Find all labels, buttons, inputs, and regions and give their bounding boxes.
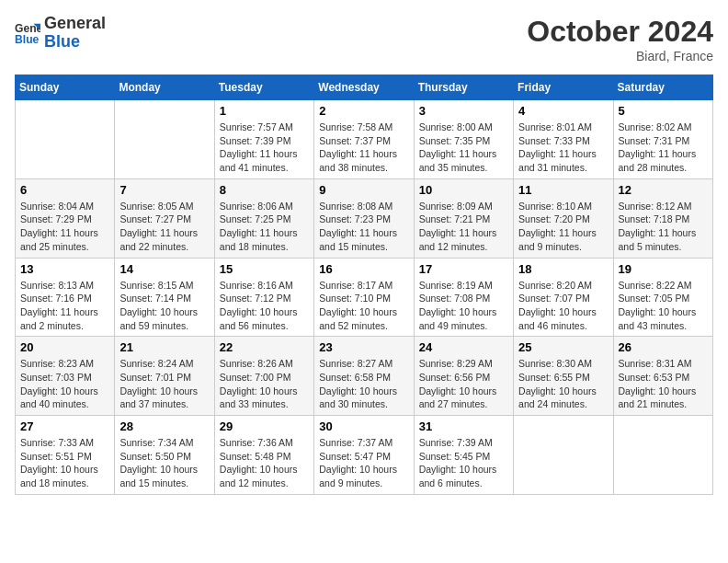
day-number: 27 xyxy=(20,419,109,433)
location: Biard, France xyxy=(527,49,713,63)
day-info: Sunrise: 8:08 AM Sunset: 7:23 PM Dayligh… xyxy=(319,200,408,254)
day-number: 25 xyxy=(518,340,608,354)
calendar-cell: 17Sunrise: 8:19 AM Sunset: 7:08 PM Dayli… xyxy=(414,258,513,337)
day-info: Sunrise: 8:27 AM Sunset: 6:58 PM Dayligh… xyxy=(319,357,408,411)
day-info: Sunrise: 8:20 AM Sunset: 7:07 PM Dayligh… xyxy=(518,279,608,333)
day-info: Sunrise: 8:22 AM Sunset: 7:05 PM Dayligh… xyxy=(619,279,708,333)
calendar-cell: 14Sunrise: 8:15 AM Sunset: 7:14 PM Dayli… xyxy=(115,258,214,337)
calendar-cell: 21Sunrise: 8:24 AM Sunset: 7:01 PM Dayli… xyxy=(115,337,214,416)
day-number: 24 xyxy=(419,340,508,354)
weekday-header-thursday: Thursday xyxy=(414,75,513,100)
day-number: 15 xyxy=(220,262,309,276)
day-number: 9 xyxy=(319,183,408,197)
calendar-table: SundayMondayTuesdayWednesdayThursdayFrid… xyxy=(15,75,713,495)
day-info: Sunrise: 8:30 AM Sunset: 6:55 PM Dayligh… xyxy=(518,357,608,411)
day-info: Sunrise: 7:57 AM Sunset: 7:39 PM Dayligh… xyxy=(220,121,309,175)
weekday-header-tuesday: Tuesday xyxy=(214,75,313,100)
day-number: 11 xyxy=(518,183,608,197)
calendar-cell: 29Sunrise: 7:36 AM Sunset: 5:48 PM Dayli… xyxy=(214,416,313,495)
day-number: 5 xyxy=(619,104,708,118)
weekday-header-row: SundayMondayTuesdayWednesdayThursdayFrid… xyxy=(16,75,713,100)
day-info: Sunrise: 8:31 AM Sunset: 6:53 PM Dayligh… xyxy=(619,357,708,411)
day-number: 7 xyxy=(119,183,209,197)
day-info: Sunrise: 8:06 AM Sunset: 7:25 PM Dayligh… xyxy=(220,200,309,254)
calendar-cell: 2Sunrise: 7:58 AM Sunset: 7:37 PM Daylig… xyxy=(314,100,414,179)
calendar-cell: 30Sunrise: 7:37 AM Sunset: 5:47 PM Dayli… xyxy=(314,416,414,495)
day-number: 19 xyxy=(619,262,708,276)
day-number: 13 xyxy=(20,262,109,276)
weekday-header-monday: Monday xyxy=(115,75,214,100)
day-info: Sunrise: 8:24 AM Sunset: 7:01 PM Dayligh… xyxy=(119,357,209,411)
calendar-cell xyxy=(514,416,613,495)
day-number: 12 xyxy=(619,183,708,197)
logo-icon: General Blue xyxy=(15,20,40,46)
calendar-cell: 20Sunrise: 8:23 AM Sunset: 7:03 PM Dayli… xyxy=(16,337,115,416)
page-header: General Blue General Blue October 2024 B… xyxy=(15,15,713,63)
day-info: Sunrise: 8:19 AM Sunset: 7:08 PM Dayligh… xyxy=(419,279,508,333)
calendar-cell: 16Sunrise: 8:17 AM Sunset: 7:10 PM Dayli… xyxy=(314,258,414,337)
day-number: 10 xyxy=(419,183,508,197)
day-number: 1 xyxy=(220,104,309,118)
calendar-cell: 7Sunrise: 8:05 AM Sunset: 7:27 PM Daylig… xyxy=(115,178,214,258)
day-info: Sunrise: 7:37 AM Sunset: 5:47 PM Dayligh… xyxy=(319,436,408,490)
day-number: 21 xyxy=(119,340,209,354)
calendar-cell: 28Sunrise: 7:34 AM Sunset: 5:50 PM Dayli… xyxy=(115,416,214,495)
week-row-5: 27Sunrise: 7:33 AM Sunset: 5:51 PM Dayli… xyxy=(16,416,713,495)
day-number: 20 xyxy=(20,340,109,354)
calendar-body: 1Sunrise: 7:57 AM Sunset: 7:39 PM Daylig… xyxy=(16,100,713,495)
day-number: 8 xyxy=(220,183,309,197)
calendar-cell: 13Sunrise: 8:13 AM Sunset: 7:16 PM Dayli… xyxy=(16,258,115,337)
day-info: Sunrise: 7:36 AM Sunset: 5:48 PM Dayligh… xyxy=(220,436,309,490)
day-number: 17 xyxy=(419,262,508,276)
week-row-4: 20Sunrise: 8:23 AM Sunset: 7:03 PM Dayli… xyxy=(16,337,713,416)
calendar-cell: 6Sunrise: 8:04 AM Sunset: 7:29 PM Daylig… xyxy=(16,178,115,258)
calendar-cell: 18Sunrise: 8:20 AM Sunset: 7:07 PM Dayli… xyxy=(514,258,613,337)
day-info: Sunrise: 7:58 AM Sunset: 7:37 PM Dayligh… xyxy=(319,121,408,175)
day-number: 14 xyxy=(119,262,209,276)
weekday-header-sunday: Sunday xyxy=(16,75,115,100)
month-title: October 2024 xyxy=(527,15,713,49)
logo-text: General Blue xyxy=(44,15,106,52)
day-info: Sunrise: 8:09 AM Sunset: 7:21 PM Dayligh… xyxy=(419,200,508,254)
svg-text:Blue: Blue xyxy=(15,33,40,46)
day-number: 3 xyxy=(419,104,508,118)
calendar-cell: 31Sunrise: 7:39 AM Sunset: 5:45 PM Dayli… xyxy=(414,416,513,495)
calendar-cell xyxy=(16,100,115,179)
calendar-cell: 10Sunrise: 8:09 AM Sunset: 7:21 PM Dayli… xyxy=(414,178,513,258)
day-info: Sunrise: 8:29 AM Sunset: 6:56 PM Dayligh… xyxy=(419,357,508,411)
calendar-cell xyxy=(115,100,214,179)
logo: General Blue General Blue xyxy=(15,15,106,52)
calendar-cell: 9Sunrise: 8:08 AM Sunset: 7:23 PM Daylig… xyxy=(314,178,414,258)
day-info: Sunrise: 8:02 AM Sunset: 7:31 PM Dayligh… xyxy=(619,121,708,175)
day-number: 18 xyxy=(518,262,608,276)
calendar-cell: 23Sunrise: 8:27 AM Sunset: 6:58 PM Dayli… xyxy=(314,337,414,416)
day-info: Sunrise: 8:26 AM Sunset: 7:00 PM Dayligh… xyxy=(220,357,309,411)
day-number: 23 xyxy=(319,340,408,354)
day-number: 22 xyxy=(220,340,309,354)
day-number: 29 xyxy=(220,419,309,433)
day-number: 31 xyxy=(419,419,508,433)
calendar-cell: 25Sunrise: 8:30 AM Sunset: 6:55 PM Dayli… xyxy=(514,337,613,416)
day-number: 26 xyxy=(619,340,708,354)
day-info: Sunrise: 8:05 AM Sunset: 7:27 PM Dayligh… xyxy=(119,200,209,254)
title-block: October 2024 Biard, France xyxy=(527,15,713,63)
calendar-cell: 12Sunrise: 8:12 AM Sunset: 7:18 PM Dayli… xyxy=(613,178,712,258)
calendar-cell: 1Sunrise: 7:57 AM Sunset: 7:39 PM Daylig… xyxy=(214,100,313,179)
week-row-3: 13Sunrise: 8:13 AM Sunset: 7:16 PM Dayli… xyxy=(16,258,713,337)
calendar-cell: 26Sunrise: 8:31 AM Sunset: 6:53 PM Dayli… xyxy=(613,337,712,416)
day-info: Sunrise: 8:23 AM Sunset: 7:03 PM Dayligh… xyxy=(20,357,109,411)
calendar-cell: 15Sunrise: 8:16 AM Sunset: 7:12 PM Dayli… xyxy=(214,258,313,337)
day-info: Sunrise: 8:16 AM Sunset: 7:12 PM Dayligh… xyxy=(220,279,309,333)
week-row-2: 6Sunrise: 8:04 AM Sunset: 7:29 PM Daylig… xyxy=(16,178,713,258)
day-number: 16 xyxy=(319,262,408,276)
day-number: 30 xyxy=(319,419,408,433)
day-info: Sunrise: 8:15 AM Sunset: 7:14 PM Dayligh… xyxy=(119,279,209,333)
calendar-cell: 24Sunrise: 8:29 AM Sunset: 6:56 PM Dayli… xyxy=(414,337,513,416)
day-number: 2 xyxy=(319,104,408,118)
day-info: Sunrise: 8:13 AM Sunset: 7:16 PM Dayligh… xyxy=(20,279,109,333)
day-info: Sunrise: 7:34 AM Sunset: 5:50 PM Dayligh… xyxy=(119,436,209,490)
day-number: 4 xyxy=(518,104,608,118)
day-info: Sunrise: 8:01 AM Sunset: 7:33 PM Dayligh… xyxy=(518,121,608,175)
weekday-header-wednesday: Wednesday xyxy=(314,75,414,100)
day-info: Sunrise: 7:33 AM Sunset: 5:51 PM Dayligh… xyxy=(20,436,109,490)
